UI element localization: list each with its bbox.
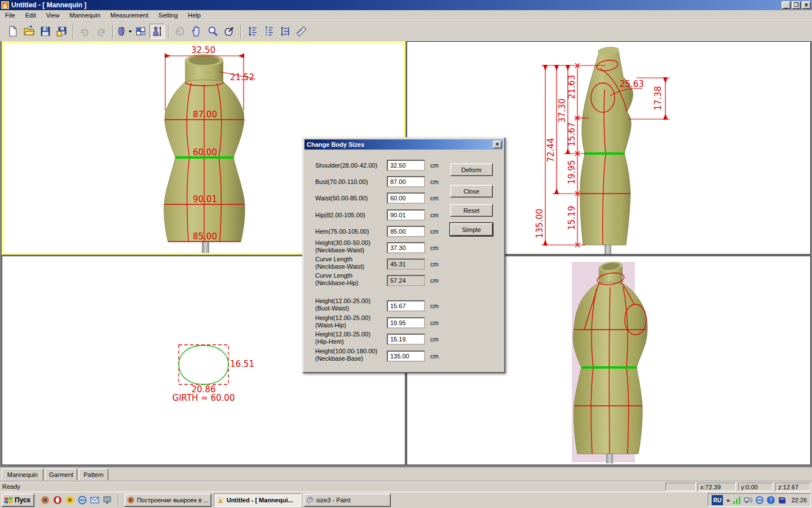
unit-label: cm (430, 336, 439, 343)
app-icon (1, 1, 9, 9)
task-button-browser[interactable]: Построение выкроек в ... (124, 493, 211, 507)
firefox-icon[interactable] (39, 494, 51, 506)
save-button[interactable] (38, 24, 53, 39)
render-mode-icon (117, 25, 127, 37)
height-hip-hem-input[interactable] (387, 334, 425, 345)
opera-icon[interactable] (52, 494, 63, 506)
field-label-height-hip-hem: Height(12.00-25.00)(Hip-Hem) (315, 331, 389, 345)
ie-icon[interactable] (77, 494, 88, 506)
tab-garment[interactable]: Garment (45, 468, 77, 480)
side-waist-hip-label: 19.95 (567, 160, 577, 185)
view-tab-bar: Mannequin Garment Pattern (0, 467, 812, 481)
language-indicator[interactable]: RU (712, 495, 723, 505)
field-label-height-bust-waist: Height(12.00-25.00)(Bust-Waist) (315, 297, 389, 312)
pan-button[interactable] (189, 24, 204, 39)
redo-button[interactable] (94, 24, 109, 39)
menu-mannequin[interactable]: Mannequin (64, 11, 105, 20)
new-button[interactable] (5, 24, 20, 39)
menu-file[interactable]: File (0, 11, 20, 20)
minimize-button[interactable]: _ (782, 1, 791, 9)
start-button[interactable]: Пуск (1, 493, 34, 507)
clock: 22:26 (791, 497, 807, 503)
mail-icon[interactable] (89, 494, 100, 506)
mannequin-app-icon (217, 496, 224, 504)
tab-mannequin[interactable]: Mannequin (2, 468, 43, 481)
deform-button[interactable]: Deform (450, 163, 493, 176)
windows-logo-icon (4, 496, 13, 504)
system-tray: RU « ? 22:26 (708, 493, 811, 507)
height-bust-waist-input[interactable] (387, 300, 425, 312)
undo-button[interactable] (77, 24, 92, 39)
unit-label: cm (430, 319, 439, 326)
hem-input[interactable] (387, 226, 425, 237)
tray-chevron[interactable]: « (726, 497, 730, 503)
measure-segment-button[interactable] (261, 24, 276, 39)
close-dialog-button[interactable]: Close (450, 185, 493, 198)
toolbar-separator (73, 25, 74, 38)
side-armhole-depth-label: 17.38 (653, 86, 663, 111)
toolbar-separator (112, 25, 113, 38)
menu-edit[interactable]: Edit (20, 11, 41, 20)
dialog-close-icon[interactable]: × (493, 141, 502, 148)
height-neckbase-base-input[interactable] (387, 351, 425, 362)
viewport-layout-button[interactable] (133, 24, 148, 39)
side-shoulder-curve-label: 25.63 (620, 79, 644, 89)
dialog-title: Change Body Sizes (307, 141, 493, 148)
menu-view[interactable]: View (41, 11, 65, 20)
field-label-bust: Bust(70.00-110.00) (315, 178, 389, 186)
status-x-coordinate: x:72.39 (698, 483, 736, 491)
menu-measurement[interactable]: Measurement (105, 11, 153, 20)
measure-height-icon (246, 25, 258, 37)
network-icon[interactable] (744, 496, 753, 505)
messenger-icon[interactable] (64, 494, 76, 506)
ruler-button[interactable] (294, 24, 309, 39)
zoom-button[interactable] (205, 24, 220, 39)
unit-label: cm (430, 178, 439, 185)
restore-button[interactable]: ❐ (792, 1, 801, 9)
desktop-icon[interactable] (102, 494, 113, 506)
signal-bars-icon[interactable] (732, 496, 742, 505)
hand-icon (191, 25, 202, 37)
task-button-paint[interactable]: size3 - Paint (303, 493, 391, 507)
reset-button[interactable]: Reset (450, 204, 493, 217)
simple-button[interactable]: Simple (450, 223, 493, 236)
window-title: Untitled - [ Mannequin ] (11, 1, 780, 9)
field-label-curve-neckbase-hip: Curve Length(Neckbase-Hip) (315, 272, 389, 287)
status-z-coordinate: z:12.67 (775, 483, 810, 491)
render-mode-button[interactable] (117, 24, 132, 39)
menu-setting[interactable]: Setting (153, 11, 183, 20)
field-label-waist: Waist(50.00-85.00) (315, 195, 389, 202)
status-y-coordinate: y:0.00 (738, 483, 773, 491)
measure-width-button[interactable] (277, 24, 293, 39)
bust-input[interactable] (387, 176, 425, 187)
body-size-button[interactable] (149, 24, 165, 39)
menu-help[interactable]: Help (183, 11, 206, 20)
tab-pattern[interactable]: Pattern (79, 468, 108, 480)
front-hem-label: 85.00 (193, 231, 217, 242)
task-button-mannequin[interactable]: Untitled - [ Mannequi... (214, 493, 301, 507)
waist-input[interactable] (387, 192, 425, 204)
unit-label: cm (430, 261, 439, 268)
height-neckbase-waist-input[interactable] (387, 242, 425, 253)
front-hip-label: 90.01 (193, 194, 217, 204)
measure-height-button[interactable] (245, 24, 260, 39)
rotate-button[interactable] (173, 24, 188, 39)
book-tray-icon[interactable] (778, 496, 787, 505)
height-waist-hip-input[interactable] (387, 317, 425, 329)
help-tray-icon[interactable]: ? (766, 496, 775, 505)
hip-input[interactable] (387, 209, 425, 221)
shoulder-input[interactable] (387, 160, 425, 171)
open-button[interactable] (21, 24, 37, 39)
save-floppy-icon (39, 25, 51, 37)
side-bust-waist-label: 15.67 (567, 122, 577, 147)
export-button[interactable] (54, 24, 69, 39)
close-button[interactable]: × (802, 1, 811, 9)
rotate-3d-button[interactable] (222, 24, 237, 39)
side-neckbase-waist-label: 37.30 (557, 99, 567, 123)
paint-icon (306, 496, 314, 504)
ie-tray-icon[interactable] (755, 496, 764, 505)
svg-text:?: ? (770, 497, 773, 503)
side-neckbase-hip-label: 72.44 (546, 138, 556, 163)
field-label-curve-neckbase-waist: Curve Length(Neckbase-Waist) (315, 256, 389, 270)
title-bar[interactable]: Untitled - [ Mannequin ] _ ❐ × (0, 0, 812, 10)
